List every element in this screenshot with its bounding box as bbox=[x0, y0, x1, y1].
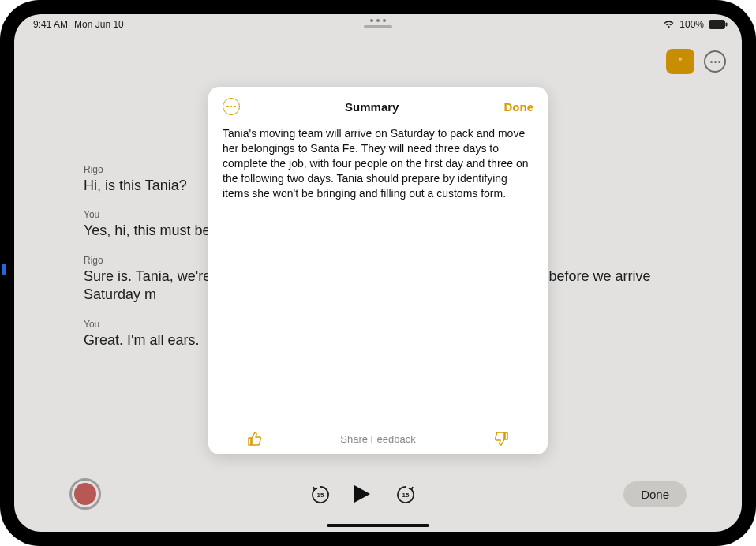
wifi-icon bbox=[663, 21, 675, 29]
thumbs-down-icon bbox=[494, 431, 510, 447]
side-indicator bbox=[2, 264, 6, 275]
playback-controls: 15 15 bbox=[310, 484, 414, 504]
skip-back-15-button[interactable]: 15 bbox=[310, 484, 329, 503]
record-icon bbox=[74, 483, 96, 505]
more-options-button[interactable] bbox=[704, 50, 726, 73]
summary-done-button[interactable]: Done bbox=[504, 100, 534, 114]
status-right: 100% bbox=[663, 19, 728, 30]
battery-percent: 100% bbox=[679, 19, 704, 30]
record-button[interactable] bbox=[69, 478, 101, 510]
summary-title: Summary bbox=[345, 100, 399, 114]
screen: 9:41 AM Mon Jun 10 100% bbox=[14, 14, 742, 532]
svg-text:15: 15 bbox=[317, 492, 324, 499]
thumbs-up-icon bbox=[246, 431, 262, 447]
svg-text:15: 15 bbox=[402, 492, 410, 499]
done-button[interactable]: Done bbox=[623, 481, 687, 507]
battery-icon bbox=[709, 20, 728, 29]
play-button[interactable] bbox=[353, 484, 372, 504]
multitask-control[interactable] bbox=[364, 19, 392, 28]
thumbs-down-button[interactable] bbox=[494, 431, 510, 447]
status-date: Mon Jun 10 bbox=[74, 19, 124, 30]
status-time: 9:41 AM bbox=[33, 19, 68, 30]
grab-bar-icon bbox=[364, 25, 392, 28]
skip-forward-15-button[interactable]: 15 bbox=[395, 484, 414, 503]
summary-header: Summary Done bbox=[223, 98, 533, 115]
three-dots-icon bbox=[370, 19, 386, 22]
summary-modal: Summary Done Tania's moving team will ar… bbox=[208, 87, 548, 454]
share-feedback-label[interactable]: Share Feedback bbox=[340, 433, 415, 445]
done-button-label: Done bbox=[641, 488, 669, 501]
ipad-device-frame: 9:41 AM Mon Jun 10 100% bbox=[0, 0, 756, 546]
svg-rect-1 bbox=[726, 23, 728, 27]
transcript-quote-button[interactable]: ” bbox=[666, 49, 694, 74]
home-indicator[interactable] bbox=[327, 524, 429, 527]
summary-more-button[interactable] bbox=[223, 98, 240, 115]
bottom-playback-bar: 15 15 Done bbox=[14, 478, 742, 510]
top-right-toolbar: ” bbox=[666, 49, 726, 74]
svg-rect-0 bbox=[709, 21, 725, 29]
quote-icon: ” bbox=[672, 55, 688, 68]
summary-body-text: Tania's moving team will arrive on Satur… bbox=[223, 126, 533, 426]
summary-feedback-row: Share Feedback bbox=[223, 426, 533, 447]
svg-text:”: ” bbox=[679, 57, 683, 65]
thumbs-up-button[interactable] bbox=[246, 431, 262, 447]
status-left: 9:41 AM Mon Jun 10 bbox=[33, 19, 124, 30]
play-icon bbox=[353, 484, 372, 504]
